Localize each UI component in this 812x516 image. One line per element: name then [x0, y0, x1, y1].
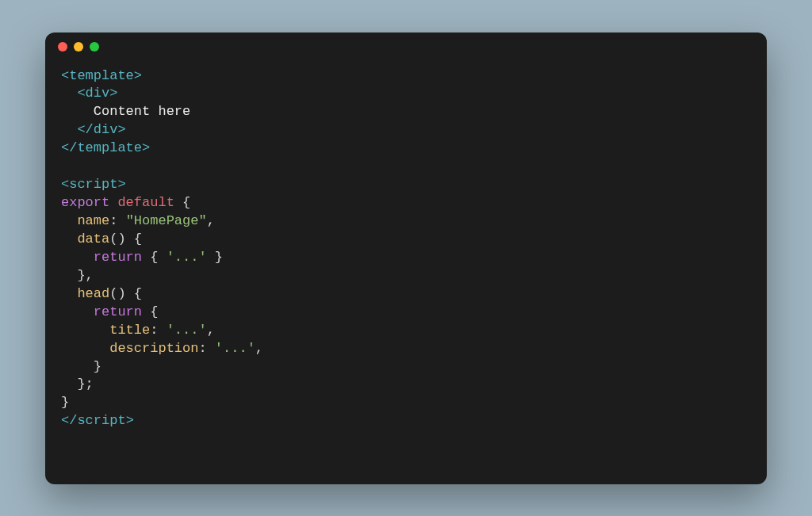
- code-token: [61, 231, 77, 247]
- code-token: '...': [215, 341, 255, 356]
- code-token: [61, 359, 94, 374]
- titlebar: [45, 32, 767, 61]
- code-token: {: [174, 195, 190, 210]
- code-token: export: [61, 195, 109, 210]
- code-token: :: [198, 341, 214, 356]
- code-token: }: [61, 395, 69, 410]
- code-token: }: [207, 250, 223, 265]
- code-token: [61, 213, 77, 228]
- code-token: </div>: [77, 122, 125, 137]
- code-token: description: [109, 341, 198, 356]
- code-token: [61, 268, 77, 283]
- code-token: () {: [109, 286, 142, 301]
- code-token: data: [77, 231, 109, 247]
- code-token: </: [61, 413, 77, 428]
- code-token: :: [150, 323, 166, 338]
- code-token: <script>: [61, 177, 126, 192]
- code-token: <div>: [77, 86, 117, 101]
- code-token: {: [142, 250, 167, 265]
- code-token: };: [77, 376, 93, 392]
- code-token: [61, 122, 77, 137]
- code-token: return: [94, 250, 142, 265]
- code-token: '...': [167, 323, 207, 338]
- code-token: :: [109, 213, 125, 228]
- code-token: {: [142, 304, 158, 319]
- code-token: return: [94, 304, 142, 319]
- code-token: </template>: [61, 140, 150, 155]
- code-token: ,: [255, 341, 263, 356]
- code-token: [61, 250, 94, 265]
- code-token: Content here: [94, 104, 190, 119]
- code-token: [61, 376, 77, 392]
- code-token: head: [77, 286, 109, 301]
- code-token: [61, 86, 77, 101]
- code-token: >: [126, 413, 134, 428]
- maximize-icon[interactable]: [90, 42, 99, 52]
- code-token: [61, 323, 109, 338]
- code-token: name: [77, 213, 109, 228]
- code-token: title: [109, 323, 150, 338]
- code-block: <template> <div> Content here </div> </t…: [45, 61, 767, 447]
- close-icon[interactable]: [58, 42, 67, 52]
- code-token: "HomePage": [126, 213, 207, 228]
- code-token: script: [77, 413, 125, 428]
- code-token: '...': [167, 250, 207, 265]
- code-token: }: [94, 359, 102, 374]
- code-token: [61, 286, 77, 301]
- code-token: [61, 304, 94, 319]
- code-token: <template>: [61, 68, 142, 83]
- code-token: () {: [109, 231, 142, 247]
- code-token: default: [109, 195, 174, 210]
- code-token: },: [77, 268, 93, 283]
- code-token: ,: [207, 213, 215, 228]
- code-window: <template> <div> Content here </div> </t…: [45, 32, 767, 484]
- code-token: [61, 341, 109, 356]
- minimize-icon[interactable]: [74, 42, 83, 52]
- code-token: [61, 104, 94, 119]
- code-token: ,: [207, 323, 215, 338]
